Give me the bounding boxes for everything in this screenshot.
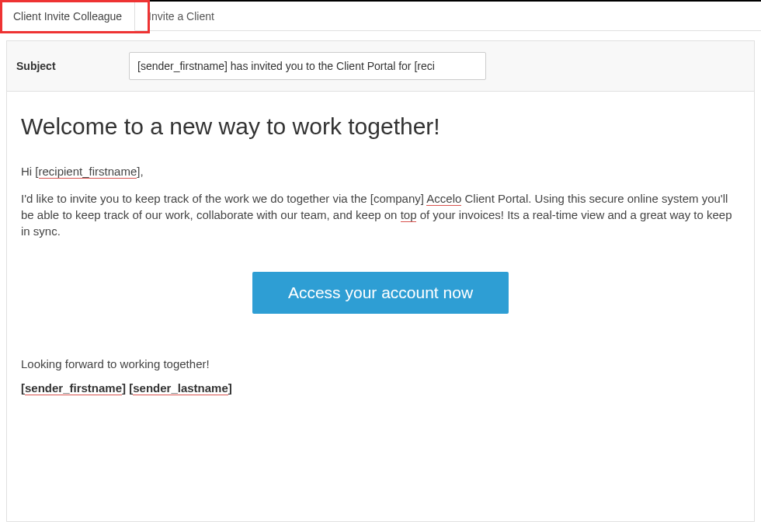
token-recipient-firstname: recipient_firstname <box>39 165 137 179</box>
sig-b2: ] [ <box>122 381 133 395</box>
sig-b3: ] <box>228 381 232 395</box>
cta-wrap: Access your account now <box>21 272 740 314</box>
email-closing: Looking forward to working together! <box>21 357 740 370</box>
subject-row: Subject <box>7 41 754 92</box>
token-sender-lastname: sender_lastname <box>133 381 228 395</box>
email-greeting: Hi [recipient_firstname], <box>21 163 740 179</box>
greeting-prefix: Hi [ <box>21 165 39 178</box>
email-heading: Welcome to a new way to work together! <box>21 113 740 140</box>
template-panel: Subject Welcome to a new way to work tog… <box>6 40 755 522</box>
email-body-editor[interactable]: Welcome to a new way to work together! H… <box>7 92 754 409</box>
access-account-button[interactable]: Access your account now <box>252 272 509 314</box>
word-accelo: Accelo <box>426 192 461 206</box>
email-intro-para: I'd like to invite you to keep track of … <box>21 190 740 239</box>
word-top: top <box>401 208 417 222</box>
greeting-suffix: ], <box>137 165 143 178</box>
token-sender-firstname: sender_firstname <box>25 381 122 395</box>
tabs-bar: Client Invite Colleague Invite a Client <box>0 2 761 31</box>
tab-client-invite-colleague[interactable]: Client Invite Colleague <box>0 2 135 31</box>
subject-label: Subject <box>16 60 129 72</box>
tab-invite-a-client[interactable]: Invite a Client <box>135 2 228 30</box>
subject-input[interactable] <box>129 52 486 80</box>
para-pre: I'd like to invite you to keep track of … <box>21 192 426 205</box>
email-signature: [sender_firstname] [sender_lastname] <box>21 381 740 395</box>
